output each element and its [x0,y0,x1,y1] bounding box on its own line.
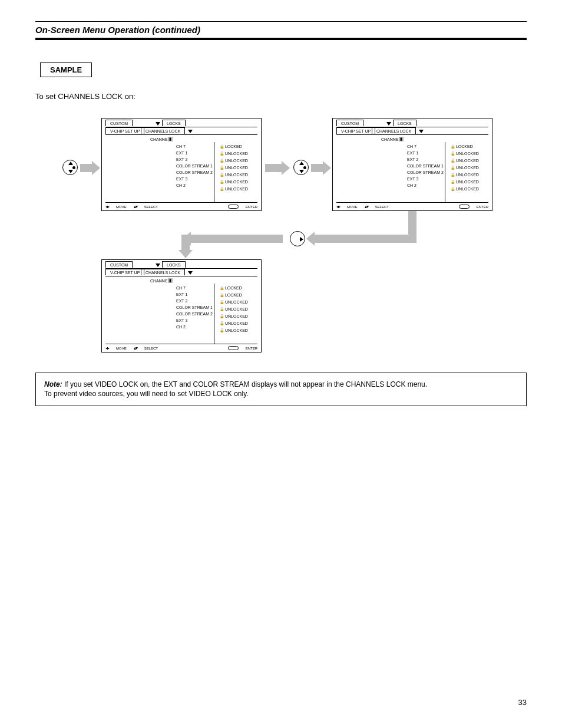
page-number: 33 [518,698,527,707]
bold-rule [35,38,527,40]
top-rule [35,21,527,22]
screen-2: CUSTOM LOCKS V-CHIP SET UP CHANNELS LOCK… [332,118,492,211]
note-label: Note: [44,380,62,388]
flow-elbow-v2 [181,235,190,251]
lock-col: 🔒 LOCKED 🔓 UNLOCKED 🔓 UNLOCKED 🔓 UNLOCKE… [220,143,248,193]
screen-3: CUSTOM LOCKS V-CHIP SET UP CHANNELS LOCK… [101,259,262,353]
joystick-updown-icon [62,160,78,175]
flow-arrow-5 [190,235,283,243]
sample-box: SAMPLE [40,62,92,77]
screen-1: CUSTOM LOCKS V-CHIP SET UP CHANNELS LOCK… [101,118,262,211]
menu-items: CH 7 EXT 1 EXT 2 COLOR STREAM 1 COLOR ST… [176,143,213,189]
intro-text: To set CHANNELS LOCK on: [35,92,135,101]
flow-arrow-1 [80,164,93,172]
flow-arrow-4 [313,235,416,243]
flow-arrow-3 [311,164,324,172]
flow-arrow-2 [265,164,283,172]
joystick-right-icon [290,231,305,246]
flow-elbow-v [408,211,416,236]
section-title: On-Screen Menu Operation (continued) [35,25,200,35]
joystick-updown-2-icon [293,160,309,175]
note-box: Note: If you set VIDEO LOCK on, the EXT … [35,373,527,406]
